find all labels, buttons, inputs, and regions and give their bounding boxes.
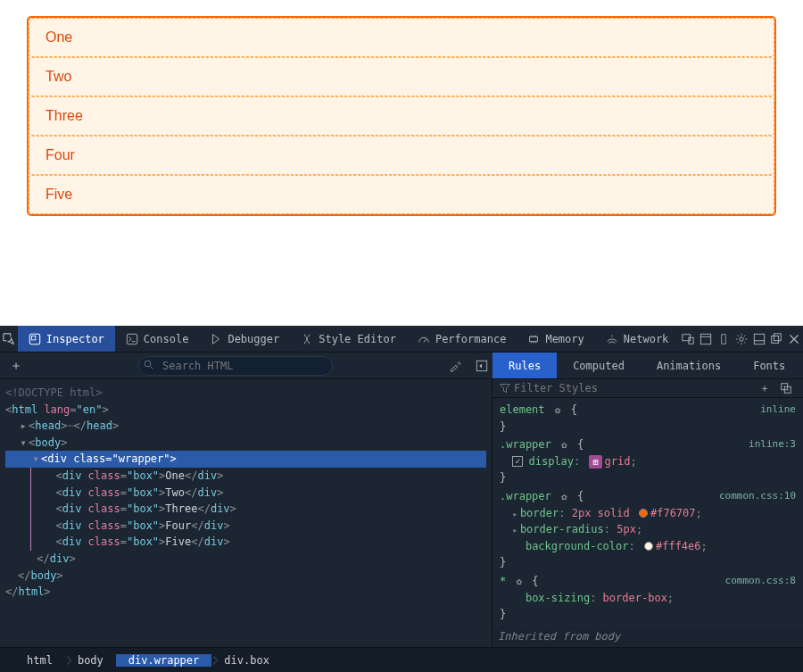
grid-box: One [29, 18, 774, 57]
wrapper-grid: One Two Three Four Five [27, 16, 776, 216]
grid-box: Four [29, 136, 774, 175]
grid-box: Five [29, 175, 774, 214]
rendered-page-preview: One Two Three Four Five [0, 0, 803, 252]
grid-box: Three [29, 96, 774, 136]
grid-box: Two [29, 57, 774, 96]
